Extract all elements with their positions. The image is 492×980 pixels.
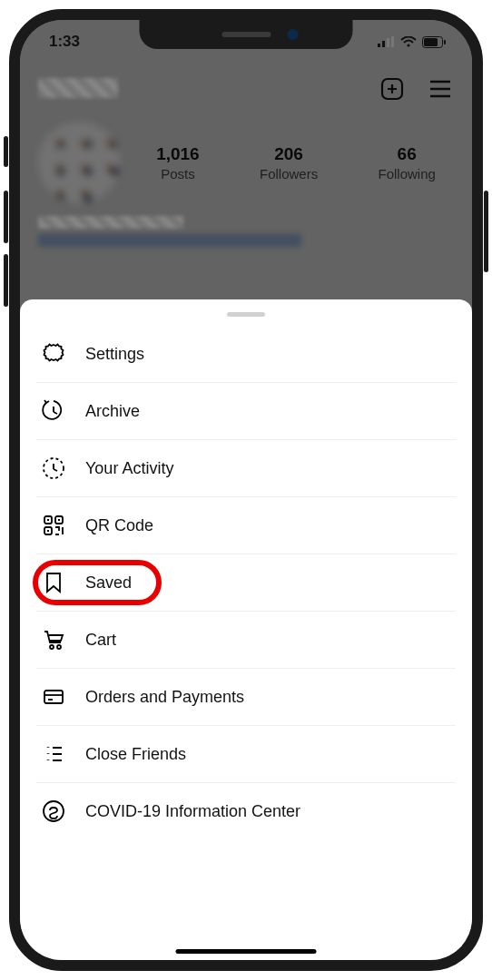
menu-item-orders[interactable]: Orders and Payments: [36, 669, 456, 726]
settings-icon: [42, 342, 65, 366]
close-friends-icon: [42, 742, 65, 766]
activity-icon: [42, 456, 65, 480]
menu-label: Archive: [85, 402, 140, 421]
silence-switch: [4, 136, 8, 167]
svg-rect-24: [47, 530, 49, 532]
menu-item-settings[interactable]: Settings: [36, 326, 456, 383]
menu-label: QR Code: [85, 516, 153, 535]
settings-sheet: Settings Archive Your Activity QR Code: [20, 299, 472, 960]
orders-icon: [42, 685, 65, 709]
menu-label: Close Friends: [85, 745, 186, 764]
home-indicator[interactable]: [176, 949, 317, 954]
menu-label: COVID-19 Information Center: [85, 802, 300, 821]
notch: [140, 20, 353, 49]
sheet-grabber[interactable]: [227, 312, 265, 317]
svg-point-26: [57, 645, 61, 649]
svg-line-18: [54, 469, 57, 471]
archive-icon: [42, 399, 65, 423]
saved-icon: [42, 571, 65, 594]
qr-code-icon: [42, 514, 65, 537]
volume-down-button: [4, 254, 8, 307]
menu-item-archive[interactable]: Archive: [36, 383, 456, 440]
menu-item-covid[interactable]: COVID-19 Information Center: [36, 783, 456, 839]
menu-label: Settings: [85, 345, 144, 364]
cart-icon: [42, 628, 65, 652]
phone-frame: 1:33: [9, 9, 483, 971]
power-button: [484, 191, 488, 272]
volume-up-button: [4, 191, 8, 243]
menu-label: Orders and Payments: [85, 688, 244, 707]
menu-item-saved[interactable]: Saved: [36, 554, 456, 612]
svg-line-15: [54, 412, 57, 414]
menu-item-activity[interactable]: Your Activity: [36, 440, 456, 497]
svg-rect-27: [44, 691, 63, 703]
menu-item-cart[interactable]: Cart: [36, 612, 456, 669]
covid-info-icon: [42, 799, 65, 823]
menu-item-close-friends[interactable]: Close Friends: [36, 726, 456, 783]
screen: 1:33: [20, 20, 472, 960]
menu-label: Your Activity: [85, 459, 173, 478]
svg-point-25: [50, 645, 54, 649]
svg-rect-23: [58, 519, 60, 521]
svg-rect-22: [47, 519, 49, 521]
menu-label: Saved: [85, 573, 132, 593]
menu-item-qr[interactable]: QR Code: [36, 497, 456, 554]
menu-label: Cart: [85, 631, 116, 650]
